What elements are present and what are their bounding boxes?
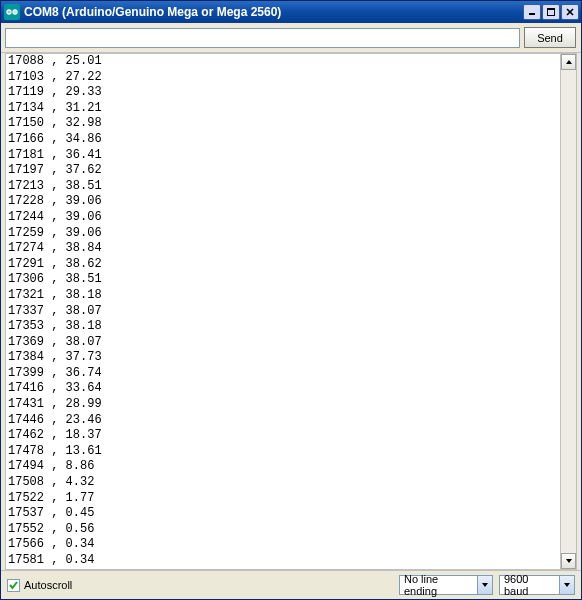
autoscroll-label: Autoscroll xyxy=(24,579,72,591)
baud-value: 9600 baud xyxy=(504,573,559,597)
close-button[interactable] xyxy=(561,4,579,20)
svg-marker-11 xyxy=(482,583,488,587)
line-ending-select[interactable]: No line ending xyxy=(399,575,493,595)
minimize-button[interactable] xyxy=(523,4,541,20)
autoscroll-checkbox[interactable] xyxy=(7,579,20,592)
line-ending-value: No line ending xyxy=(404,573,477,597)
arduino-icon xyxy=(4,4,20,20)
serial-monitor-window: COM8 (Arduino/Genuino Mega or Mega 2560)… xyxy=(0,0,582,600)
command-row: Send xyxy=(1,23,581,53)
output-panel: 17088 , 25.01 17103 , 27.22 17119 , 29.3… xyxy=(5,53,577,570)
window-title: COM8 (Arduino/Genuino Mega or Mega 2560) xyxy=(24,5,523,19)
chevron-down-icon xyxy=(477,576,492,594)
command-input[interactable] xyxy=(5,28,520,48)
maximize-button[interactable] xyxy=(542,4,560,20)
send-button[interactable]: Send xyxy=(524,27,576,48)
scroll-track[interactable] xyxy=(561,70,576,553)
svg-marker-9 xyxy=(566,60,572,64)
footer-row: Autoscroll No line ending 9600 baud xyxy=(1,570,581,599)
svg-marker-12 xyxy=(564,583,570,587)
scrollbar[interactable] xyxy=(560,54,576,569)
scroll-up-button[interactable] xyxy=(561,54,576,70)
titlebar: COM8 (Arduino/Genuino Mega or Mega 2560) xyxy=(1,1,581,23)
serial-output: 17088 , 25.01 17103 , 27.22 17119 , 29.3… xyxy=(6,54,560,569)
window-controls xyxy=(523,4,579,20)
autoscroll-option[interactable]: Autoscroll xyxy=(7,579,393,592)
baud-select[interactable]: 9600 baud xyxy=(499,575,575,595)
chevron-down-icon xyxy=(559,576,574,594)
svg-marker-10 xyxy=(566,559,572,563)
scroll-down-button[interactable] xyxy=(561,553,576,569)
